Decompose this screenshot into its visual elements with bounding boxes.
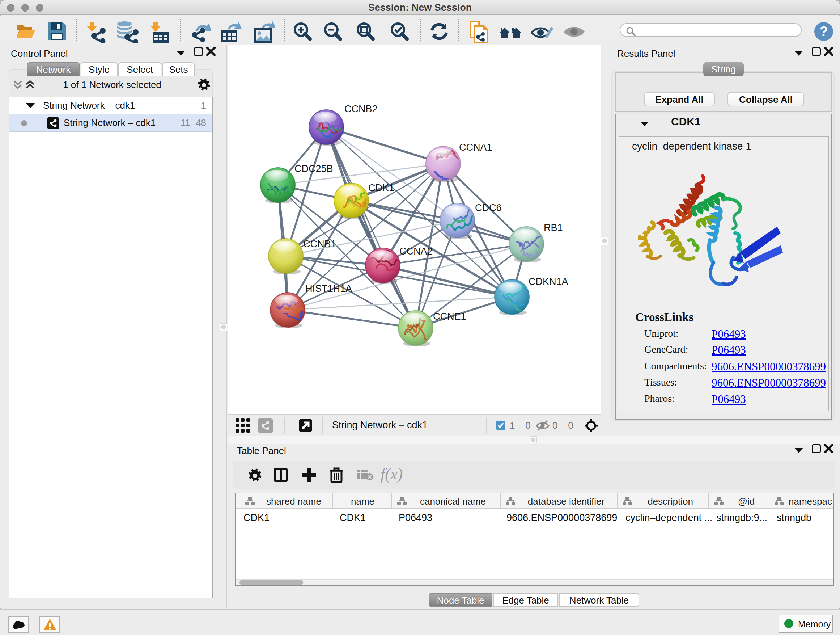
svg-text:?: ? [819,24,828,39]
